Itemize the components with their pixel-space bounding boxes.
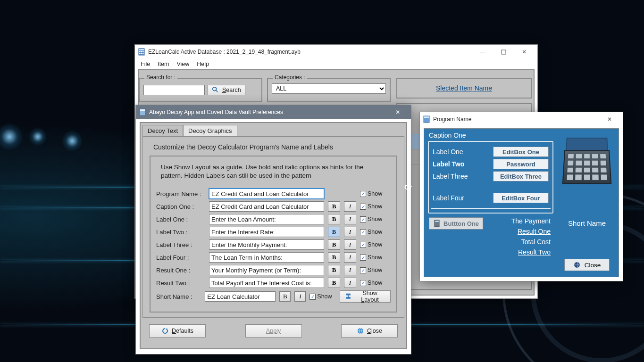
window-title: Program Name (433, 116, 471, 123)
tab-strip: Decoy Text Decoy Graphics (141, 123, 406, 136)
close-button[interactable]: ✕ (514, 45, 535, 58)
pref-row: Label Two :BI✓Show (156, 227, 391, 237)
categories-select[interactable]: ALL (272, 83, 386, 94)
close-button[interactable]: Close (341, 324, 398, 337)
calculator-icon (433, 220, 441, 227)
svg-rect-8 (502, 50, 506, 54)
titlebar[interactable]: Abayo Decoy App and Covert Data Vault Pr… (136, 105, 411, 119)
button-one-label: Buttton One (443, 220, 479, 227)
result-two-link[interactable]: Result Two (518, 248, 551, 256)
show-checkbox[interactable]: ✓Show (360, 267, 382, 273)
row-label-three: Label Three EditBox Three (433, 171, 549, 181)
or-label: Or (404, 183, 412, 191)
row-input[interactable] (209, 239, 324, 250)
menu-item[interactable]: Item (155, 60, 172, 68)
bold-toggle[interactable]: B (328, 278, 340, 288)
bold-toggle[interactable]: B (328, 201, 340, 212)
row-input[interactable] (209, 252, 324, 263)
defaults-label: Defaults (172, 328, 193, 334)
close-button[interactable]: ✕ (599, 113, 620, 126)
menu-view[interactable]: View (174, 60, 192, 68)
show-checkbox[interactable]: ✓Show (360, 280, 382, 286)
divider (431, 205, 551, 209)
show-layout-label: Show Layout (354, 290, 385, 303)
svg-point-9 (213, 87, 217, 91)
row-label: Label One : (156, 216, 205, 223)
label-one: Label One (433, 148, 463, 156)
svg-rect-6 (141, 53, 142, 54)
tab-decoy-text[interactable]: Decoy Text (142, 125, 183, 136)
short-name-input[interactable] (205, 291, 276, 302)
show-checkbox[interactable]: ✓Show (360, 254, 382, 261)
maximize-button[interactable] (493, 45, 514, 58)
italic-toggle[interactable]: I (344, 278, 356, 288)
button-one[interactable]: Buttton One (429, 217, 483, 230)
menu-help[interactable]: Help (194, 60, 212, 68)
defaults-button[interactable]: Defaults (149, 324, 206, 337)
search-input[interactable] (143, 85, 205, 95)
italic-toggle[interactable]: I (294, 291, 306, 302)
pref-row: Result One :BI✓Show (156, 265, 391, 275)
row-input[interactable] (209, 214, 324, 224)
row-label: Program Name : (156, 190, 205, 197)
editbox-four[interactable]: EditBox Four (493, 193, 549, 203)
italic-toggle[interactable]: I (344, 227, 356, 237)
italic-toggle[interactable]: I (344, 239, 356, 250)
titlebar[interactable]: Program Name ✕ (420, 112, 623, 126)
row-input[interactable] (209, 201, 324, 212)
show-checkbox[interactable]: ✓Show (360, 203, 382, 210)
editbox-three[interactable]: EditBox Three (493, 171, 549, 181)
pref-row: Result Two :BI✓Show (156, 278, 391, 288)
show-checkbox[interactable]: ✓Show (360, 229, 382, 235)
row-input[interactable] (209, 227, 324, 237)
globe-icon (573, 261, 581, 269)
editbox-password[interactable]: Password (493, 159, 549, 169)
bold-toggle[interactable]: B (279, 291, 291, 302)
italic-toggle[interactable]: I (344, 214, 356, 224)
row-label-one: Label One EditBox One (433, 147, 549, 157)
label-two: Label Two (433, 160, 464, 168)
show-checkbox[interactable]: ✓Show (360, 190, 382, 197)
apply-button[interactable]: Apply (245, 324, 302, 337)
italic-toggle[interactable]: I (344, 252, 356, 263)
pref-row: Program Name :✓Show (156, 189, 391, 199)
bold-toggle[interactable]: B (328, 239, 340, 250)
italic-toggle[interactable]: I (344, 265, 356, 275)
bold-toggle[interactable]: B (328, 265, 340, 275)
tab-decoy-graphics[interactable]: Decoy Graphics (183, 125, 237, 136)
show-checkbox[interactable]: ✓Show (309, 293, 332, 300)
titlebar[interactable]: EZLoanCalc Active Database : 2021_2_19_4… (135, 45, 537, 59)
search-button[interactable]: Search (208, 85, 245, 95)
bold-toggle[interactable]: B (328, 214, 340, 224)
pref-row: Caption One :BI✓Show (156, 201, 391, 212)
short-name-display: Short Name (568, 219, 606, 227)
svg-rect-3 (141, 51, 142, 52)
categories-panel: Categories : ALL (267, 78, 391, 102)
editbox-one[interactable]: EditBox One (493, 147, 549, 157)
bold-toggle[interactable]: B (328, 252, 340, 263)
result-one-link[interactable]: Result One (518, 228, 551, 235)
show-checkbox[interactable]: ✓Show (360, 216, 382, 222)
label-three: Label Three (433, 173, 468, 180)
svg-rect-5 (139, 53, 141, 54)
menu-file[interactable]: File (138, 60, 153, 68)
row-input[interactable] (209, 265, 324, 275)
svg-rect-17 (435, 221, 439, 222)
svg-rect-15 (424, 116, 429, 118)
row-input[interactable] (209, 189, 324, 199)
close-button[interactable]: Close (564, 259, 610, 271)
show-checkbox[interactable]: ✓Show (360, 241, 382, 248)
close-button[interactable]: ✕ (387, 106, 408, 119)
hint-text: Use Show Layout as a guide. Use bold and… (161, 163, 386, 180)
minimize-button[interactable]: — (472, 45, 493, 58)
bold-toggle[interactable]: B (328, 227, 340, 237)
row-label: Result One : (156, 267, 205, 274)
lead-text: Customize the Decoy Calculator Program's… (153, 143, 397, 151)
italic-toggle[interactable]: I (344, 201, 356, 212)
row-input[interactable] (209, 278, 324, 288)
app-icon (139, 108, 146, 116)
pref-row: Label Four :BI✓Show (156, 252, 391, 263)
show-layout-button[interactable]: Show Layout (340, 290, 391, 303)
search-panel: Search for : Search (139, 78, 262, 102)
svg-rect-12 (140, 109, 145, 111)
